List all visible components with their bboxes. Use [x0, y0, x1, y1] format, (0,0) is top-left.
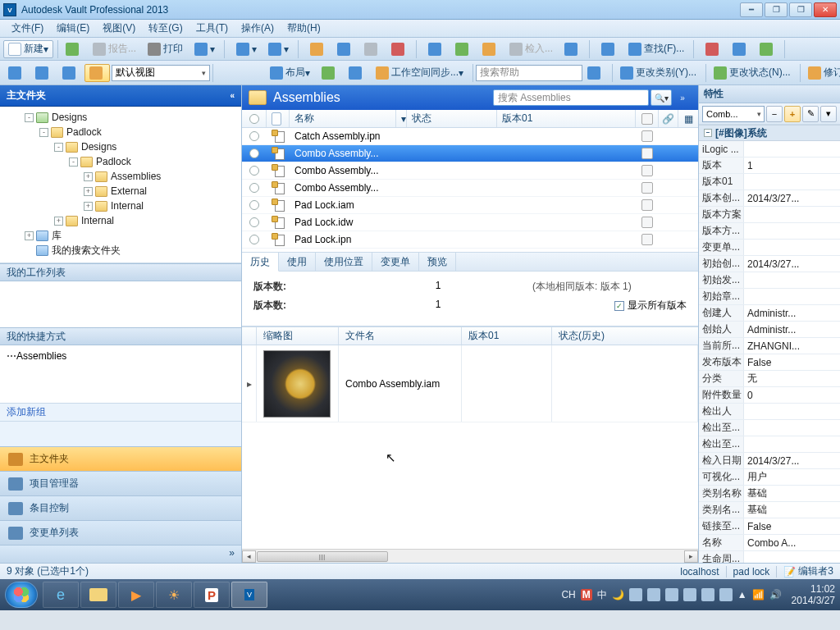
menu-file[interactable]: 文件(F) — [5, 20, 50, 37]
help-search[interactable]: 搜索帮助 — [476, 65, 582, 81]
prop-row[interactable]: 生命周... — [699, 551, 840, 563]
nav-change-order[interactable]: 变更单列表 — [0, 520, 241, 545]
menu-action[interactable]: 操作(A) — [235, 20, 281, 37]
collapse-icon[interactable]: « — [230, 91, 235, 100]
tool-c1[interactable] — [596, 40, 622, 58]
prop-plus[interactable]: + — [784, 106, 801, 122]
task-vault[interactable]: V — [231, 582, 267, 608]
menu-tools[interactable]: 工具(T) — [189, 20, 235, 37]
prop-file-select[interactable]: Comb... — [702, 106, 765, 122]
volume-icon[interactable]: 🔊 — [769, 589, 782, 600]
menu-view[interactable]: 视图(V) — [96, 20, 142, 37]
prop-row[interactable]: 版本1 — [699, 158, 840, 174]
file-row[interactable]: Pad Lock.iam — [242, 197, 698, 214]
worklist-header[interactable]: 我的工作列表 — [0, 263, 241, 281]
col-ver[interactable]: 版本01 — [462, 327, 552, 345]
view-active[interactable] — [84, 64, 110, 82]
tree-item[interactable]: +Internal — [0, 199, 241, 213]
prop-row[interactable]: 名称Combo A... — [699, 535, 840, 551]
tray-icon[interactable] — [629, 588, 642, 601]
prop-row[interactable]: 类别名称基础 — [699, 486, 840, 502]
shortcut-header[interactable]: 我的快捷方式 — [0, 327, 241, 345]
prop-row[interactable]: 初始创...2014/3/27... — [699, 256, 840, 272]
prop-row[interactable]: 附件数量0 — [699, 387, 840, 404]
prop-row[interactable]: 变更单... — [699, 240, 840, 256]
col-version[interactable]: 版本01 — [497, 110, 636, 127]
tool-b4[interactable] — [559, 40, 585, 58]
copy-button[interactable] — [332, 40, 358, 58]
start-button[interactable] — [5, 582, 38, 608]
checkin-button[interactable]: 检入... — [504, 40, 558, 58]
prop-row[interactable]: 分类无 — [699, 371, 840, 387]
nav-fwd[interactable]: ▾ — [263, 40, 294, 58]
file-row[interactable]: Pad Lock.idw — [242, 214, 698, 231]
file-row[interactable]: Catch Assembly.ipn — [242, 128, 698, 145]
prop-row[interactable]: 可视化...用户 — [699, 469, 840, 486]
tool-b3[interactable] — [477, 40, 503, 58]
prop-row[interactable]: 版本01 — [699, 174, 840, 190]
prop-row[interactable]: 版本方案 — [699, 207, 840, 223]
tree-item[interactable]: -Designs — [0, 139, 241, 154]
col-name[interactable]: 名称 — [290, 110, 396, 127]
prop-row[interactable]: 检出至... — [699, 436, 840, 453]
prop-row[interactable]: 检出人 — [699, 404, 840, 420]
ws-tool1[interactable] — [317, 64, 342, 82]
prop-row[interactable]: 创始人Administr... — [699, 322, 840, 338]
restore-button[interactable]: ❐ — [789, 2, 812, 17]
view-detail[interactable] — [30, 64, 56, 82]
task-media[interactable]: ▶ — [118, 582, 154, 608]
menu-goto[interactable]: 转至(G) — [142, 20, 189, 37]
view-select[interactable]: 默认视图 — [112, 65, 210, 81]
lang-indicator[interactable]: CH — [561, 589, 575, 600]
prop-row[interactable]: 初始章... — [699, 289, 840, 305]
tab-change-order[interactable]: 变更单 — [372, 253, 419, 271]
revision-button[interactable]: 修订... — [803, 64, 840, 82]
tool-d2[interactable] — [728, 40, 753, 58]
task-app1[interactable]: ☀ — [156, 582, 192, 608]
prop-row[interactable]: 当前所...ZHANGNI... — [699, 338, 840, 354]
maximize-button[interactable]: ❐ — [765, 2, 788, 17]
show-all-versions[interactable]: ✓显示所有版本 — [614, 299, 687, 313]
tree-item[interactable]: -Padlock — [0, 125, 241, 139]
clock[interactable]: 11:022014/3/27 — [792, 583, 835, 606]
layout-button[interactable]: 布局 ▾ — [265, 64, 315, 82]
tree-item[interactable]: +External — [0, 184, 241, 199]
tool-d3[interactable] — [755, 40, 780, 58]
network-icon[interactable]: 📶 — [752, 589, 765, 600]
delete-button[interactable] — [386, 40, 412, 58]
tree-item[interactable]: +Internal — [0, 213, 241, 228]
col-status[interactable]: 状态 — [407, 110, 497, 127]
content-search[interactable]: 搜索 Assemblies — [493, 89, 649, 106]
history-row[interactable]: ▸ Combo Assembly.iam — [242, 345, 698, 422]
prop-row[interactable]: 创建人Administr... — [699, 305, 840, 322]
paste-button[interactable] — [359, 40, 385, 58]
tray-icon[interactable] — [719, 588, 733, 601]
prop-row[interactable]: 初始发... — [699, 272, 840, 289]
file-row[interactable]: Combo Assembly... — [242, 162, 698, 180]
prop-minus[interactable]: − — [766, 106, 783, 122]
report-button[interactable]: 报告... — [88, 40, 141, 58]
col-status-hist[interactable]: 状态(历史) — [552, 327, 698, 345]
task-explorer[interactable] — [80, 582, 116, 608]
prop-edit[interactable]: ✎ — [802, 106, 819, 122]
tray-icon[interactable] — [647, 588, 660, 601]
tree-item[interactable]: +库 — [0, 228, 241, 243]
add-group-link[interactable]: 添加新组 — [0, 403, 241, 421]
tool-b1[interactable] — [423, 40, 449, 58]
tab-where-used[interactable]: 使用位置 — [316, 253, 372, 271]
tool-b2[interactable] — [450, 40, 476, 58]
ws-tool2[interactable] — [344, 64, 369, 82]
prop-row[interactable]: 版本创...2014/3/27... — [699, 190, 840, 207]
horizontal-scrollbar[interactable]: ◂▸ — [242, 549, 698, 563]
prop-row[interactable]: 类别名...基础 — [699, 502, 840, 518]
col-thumb[interactable]: 缩略图 — [257, 327, 339, 345]
shortcut-item[interactable]: ⋯ Assemblies — [7, 349, 235, 363]
tray-icon[interactable] — [683, 588, 696, 601]
prop-row[interactable]: 检出至... — [699, 420, 840, 436]
prop-row[interactable]: 发布版本False — [699, 354, 840, 371]
nav-back[interactable]: ▾ — [231, 40, 262, 58]
prop-row[interactable]: 检入日期2014/3/27... — [699, 453, 840, 469]
tree-item[interactable]: +Assemblies — [0, 169, 241, 184]
tree-item[interactable]: -Designs — [0, 110, 241, 125]
task-ppt[interactable]: P — [194, 582, 230, 608]
